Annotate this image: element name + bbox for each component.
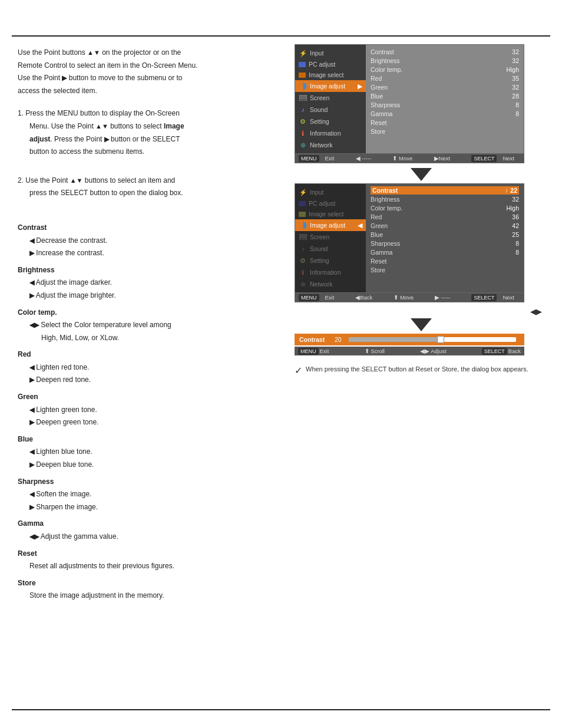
store-heading: Store bbox=[18, 578, 271, 589]
colortemp-values: High, Mid, Low, or XLow. bbox=[41, 332, 271, 344]
row-contrast-1: Contrast 32 bbox=[371, 47, 519, 56]
sidebar-item-sound-2[interactable]: ♪ Sound bbox=[295, 243, 366, 255]
sidebar-item-imgselect[interactable]: Image select bbox=[295, 70, 366, 80]
section-step1: 1. Press the MENU button to display the … bbox=[18, 108, 271, 157]
blue-heading: Blue bbox=[18, 434, 271, 445]
sound-icon-2: ♪ bbox=[299, 245, 307, 253]
sidebar-label-screen-2: Screen bbox=[310, 233, 329, 241]
sidebar-item-pcadjust[interactable]: PC adjust bbox=[295, 59, 366, 70]
brightness-heading: Brightness bbox=[18, 265, 271, 276]
row-contrast-2: Contrast ↕ 22 bbox=[371, 186, 519, 195]
sidebar-item-screen-2[interactable]: Screen bbox=[295, 231, 366, 243]
row-gamma-1: Gamma 8 bbox=[371, 109, 519, 118]
row-sharpness-1: Sharpness 8 bbox=[371, 100, 519, 109]
sidebar-item-imgadjust-2[interactable]: Image adjust ◀ bbox=[295, 219, 366, 231]
osd-statusbar-2: MENUExit ◀Back ⬆ Move ▶ ----- SELECTNext bbox=[295, 292, 524, 302]
intro-line2: Remote Control to select an item in the … bbox=[18, 60, 271, 71]
slider-value: 20 bbox=[335, 336, 342, 343]
red-deepen: ▶ Deepen red tone. bbox=[29, 374, 271, 386]
sidebar-label-network-2: Network bbox=[310, 281, 333, 288]
gamma-heading: Gamma bbox=[18, 518, 271, 529]
sharpness-heading: Sharpness bbox=[18, 476, 271, 487]
contrast-decrease: ◀ Decrease the contrast. bbox=[29, 235, 271, 246]
sidebar-label-imgadjust-2: Image adjust bbox=[310, 222, 345, 229]
arrow-shape-1 bbox=[411, 168, 432, 181]
intro-line1: Use the Point buttons ▲▼ on the projecto… bbox=[18, 47, 271, 58]
sidebar-item-imgselect-2[interactable]: Image select bbox=[295, 209, 366, 219]
row-sharpness-2: Sharpness 8 bbox=[371, 239, 519, 248]
row-blue-1: Blue 28 bbox=[371, 91, 519, 100]
sidebar-item-screen[interactable]: Screen bbox=[295, 92, 366, 104]
sidebar-item-information-2[interactable]: ℹ Information bbox=[295, 266, 366, 278]
sidebar-item-network[interactable]: ⊕ Network bbox=[295, 139, 366, 151]
sidebar-item-setting[interactable]: ⚙ Setting bbox=[295, 116, 366, 127]
sidebar-label-imgadjust: Image adjust bbox=[310, 83, 345, 90]
row-brightness-2: Brightness 32 bbox=[371, 195, 519, 203]
select-key-slider: SELECT bbox=[482, 348, 507, 355]
step2-line1: 2. Use the Point ▲▼ buttons to select an… bbox=[18, 175, 271, 186]
section-contrast: Contrast ◀ Decrease the contrast. ▶ Incr… bbox=[18, 222, 271, 259]
sidebar-item-setting-2[interactable]: ⚙ Setting bbox=[295, 255, 366, 266]
imgsel-icon-2 bbox=[299, 212, 306, 217]
point-arrow-note: ◀▶ bbox=[295, 307, 542, 316]
green-heading: Green bbox=[18, 391, 271, 403]
bottom-border bbox=[12, 709, 550, 710]
sidebar-label-sound: Sound bbox=[310, 106, 328, 113]
section-gamma: Gamma ◀▶ Adjust the gamma value. bbox=[18, 518, 271, 542]
gamma-desc: ◀▶ Adjust the gamma value. bbox=[29, 531, 271, 542]
reset-desc: Reset all adjustments to their previous … bbox=[29, 561, 271, 572]
checkmark-symbol: ✓ bbox=[295, 365, 302, 376]
info-icon: ℹ bbox=[299, 129, 307, 137]
screen-icon bbox=[299, 94, 307, 102]
pc-icon bbox=[299, 62, 306, 67]
sidebar-label-setting-2: Setting bbox=[310, 257, 329, 264]
sidebar-item-imgadjust[interactable]: Image adjust ▶ bbox=[295, 80, 366, 92]
slider-fill bbox=[349, 337, 441, 342]
section-sharpness: Sharpness ◀ Soften the image. ▶ Sharpen … bbox=[18, 476, 271, 513]
select-key-2: SELECT bbox=[471, 294, 497, 301]
colortemp-desc: ◀▶ Select the Color temperature level am… bbox=[29, 319, 271, 331]
svg-rect-2 bbox=[300, 95, 306, 100]
section-green: Green ◀ Lighten green tone. ▶ Deepen gre… bbox=[18, 391, 271, 428]
green-lighten: ◀ Lighten green tone. bbox=[29, 404, 271, 416]
sidebar-label-screen: Screen bbox=[310, 94, 329, 101]
input-icon: ⚡ bbox=[299, 49, 307, 57]
down-arrow-1 bbox=[295, 168, 548, 181]
section-intro: Use the Point buttons ▲▼ on the projecto… bbox=[18, 47, 271, 96]
section-brightness: Brightness ◀ Adjust the image darker. ▶ … bbox=[18, 265, 271, 301]
green-deepen: ▶ Deepen green tone. bbox=[29, 417, 271, 428]
section-step2: 2. Use the Point ▲▼ buttons to select an… bbox=[18, 175, 271, 199]
sharpness-soften: ◀ Soften the image. bbox=[29, 489, 271, 500]
imgsel-icon bbox=[299, 73, 306, 78]
sidebar-item-pcadjust-2[interactable]: PC adjust bbox=[295, 198, 366, 209]
row-green-1: Green 32 bbox=[371, 83, 519, 91]
note-text: When pressing the SELECT button at Reset… bbox=[306, 365, 528, 374]
osd-menu-2: ⚡ Input PC adjust Image select bbox=[295, 183, 524, 302]
screen-icon-2 bbox=[299, 233, 307, 241]
sidebar-item-input[interactable]: ⚡ Input bbox=[295, 47, 366, 59]
sidebar-item-sound[interactable]: ♪ Sound bbox=[295, 104, 366, 116]
row-green-2: Green 42 bbox=[371, 221, 519, 230]
osd-content-1: Contrast 32 Brightness 32 Color temp. Hi… bbox=[366, 45, 524, 153]
pc-icon-2 bbox=[299, 201, 306, 206]
select-key-1: SELECT bbox=[471, 155, 497, 162]
osd-menu-1: ⚡ Input PC adjust Image select bbox=[295, 44, 524, 163]
sidebar-item-network-2[interactable]: ⊕ Network bbox=[295, 278, 366, 290]
sidebar-item-information[interactable]: ℹ Information bbox=[295, 127, 366, 139]
step2-line2: press the SELECT button to open the dial… bbox=[29, 187, 271, 199]
sidebar-label-pcadjust-2: PC adjust bbox=[309, 200, 336, 207]
row-reset-2: Reset bbox=[371, 256, 519, 265]
slider-track bbox=[349, 337, 516, 342]
sidebar-label-input: Input bbox=[310, 50, 323, 57]
intro-line4: access the selected item. bbox=[18, 85, 271, 97]
step1-line3: adjust. Press the Point ▶ button or the … bbox=[29, 134, 271, 145]
step1-line4: button to access the submenu items. bbox=[29, 146, 271, 157]
osd-statusbar-1: MENUExit ◀ ----- ⬆ Move ▶Next SELECTNext bbox=[295, 153, 524, 163]
section-colortemp: Color temp. ◀▶ Select the Color temperat… bbox=[18, 307, 271, 344]
sidebar-item-input-2[interactable]: ⚡ Input bbox=[295, 186, 366, 198]
sidebar-label-information: Information bbox=[310, 130, 341, 137]
osd-slider-widget: Contrast 20 MENUExit ⬆ Scroll ◀▶ Adjust … bbox=[295, 334, 548, 355]
red-lighten: ◀ Lighten red tone. bbox=[29, 362, 271, 373]
row-red-1: Red 35 bbox=[371, 74, 519, 83]
section-reset: Reset Reset all adjustments to their pre… bbox=[18, 548, 271, 572]
